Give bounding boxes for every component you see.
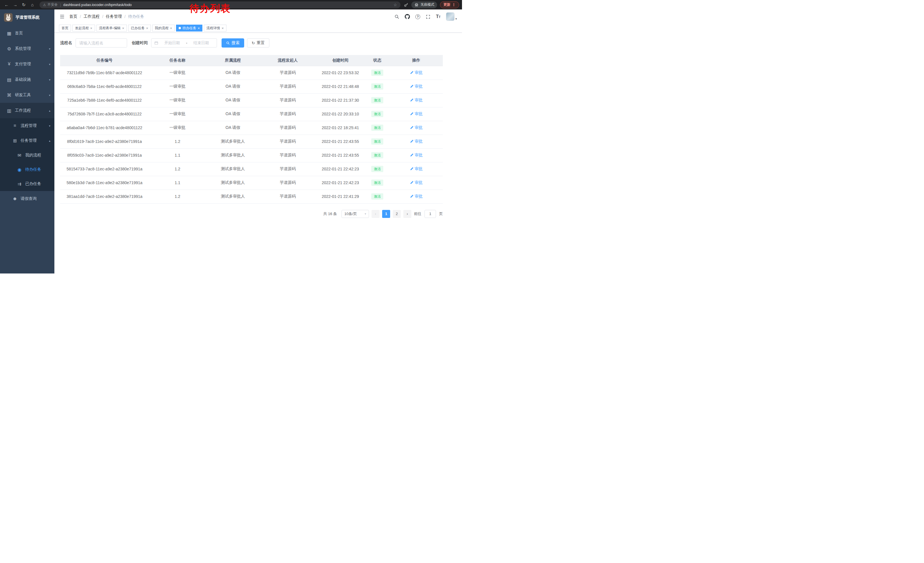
approve-link[interactable]: 审批 — [410, 111, 423, 117]
cell-task-id: 381aa1dd-7ac8-11ec-a9e2-a2380e71991a — [60, 189, 149, 203]
address-bar[interactable]: ⚠ 不安全 | dashboard.yudao.iocoder.cn/bpm/t… — [39, 2, 400, 8]
breadcrumb: 首页 / 工作流程 / 任务管理 / 待办任务 — [69, 14, 144, 19]
fullscreen-icon[interactable] — [426, 14, 430, 19]
breadcrumb-home[interactable]: 首页 — [69, 14, 77, 19]
page-size-select[interactable]: 10条/页 ▾ — [342, 210, 369, 218]
tab-home[interactable]: 首页 — [59, 25, 71, 32]
chevron-down-icon: ▾ — [49, 47, 50, 50]
pagination: 共 16 条 10条/页 ▾ ‹ 1 2 › 前往 页 — [60, 210, 443, 218]
breadcrumb-workflow[interactable]: 工作流程 — [84, 14, 100, 19]
screen: ← → ↻ ⌂ ⚠ 不安全 | dashboard.yudao.iocoder.… — [0, 0, 462, 281]
cell-status: 激活 — [365, 121, 390, 135]
sidebar-item-payment-management[interactable]: ¥ 支付管理 ▾ — [0, 56, 54, 72]
app-logo: 芋道管理系统 — [0, 9, 54, 26]
warning-icon: ⚠ — [43, 3, 46, 7]
cell-task-id: 580e1b3d-7ac8-11ec-a9e2-a2380e71991a — [60, 176, 149, 189]
tab-done-tasks[interactable]: 已办任务 × — [128, 25, 151, 32]
cell-task-name: 1.2 — [149, 162, 206, 176]
approve-link[interactable]: 审批 — [410, 139, 423, 144]
sidebar-item-done-tasks[interactable]: ⇉ 已办任务 — [0, 177, 54, 191]
approve-link[interactable]: 审批 — [410, 70, 423, 75]
sidebar-item-infrastructure[interactable]: ▤ 基础设施 ▾ — [0, 72, 54, 87]
navbar-actions: ? TT ▾ — [394, 12, 457, 21]
kebab-menu-icon[interactable]: ⋮ — [452, 3, 456, 7]
close-icon[interactable]: × — [198, 26, 200, 30]
sidebar-item-task-management[interactable]: ⊞ 任务管理 ▴ — [0, 133, 54, 148]
sidebar-item-my-processes[interactable]: ✉ 我的流程 — [0, 148, 54, 162]
reset-button[interactable]: ↻ 重置 — [247, 38, 269, 48]
search-button[interactable]: 搜索 — [222, 38, 244, 48]
approve-link[interactable]: 审批 — [410, 167, 423, 171]
close-icon[interactable]: × — [170, 26, 172, 30]
approve-link[interactable]: 审批 — [410, 125, 423, 130]
approve-link[interactable]: 审批 — [410, 194, 423, 199]
workflow-submenu: ≡ 流程管理 ▾ ⊞ 任务管理 ▴ ✉ 我的流程 ◉ — [0, 118, 54, 191]
close-icon[interactable]: × — [146, 26, 148, 30]
tab-start-process[interactable]: 发起流程 × — [72, 25, 95, 32]
close-icon[interactable]: × — [122, 26, 124, 30]
breadcrumb-task-management[interactable]: 任务管理 — [106, 14, 122, 19]
back-icon[interactable]: ← — [3, 1, 10, 9]
sidebar-item-dev-tools[interactable]: ⌘ 研发工具 ▾ — [0, 87, 54, 103]
github-icon[interactable] — [405, 14, 410, 19]
approve-link[interactable]: 审批 — [410, 153, 423, 158]
user-menu[interactable]: ▾ — [446, 12, 457, 21]
cell-created: 2022-01-22 20:33:10 — [316, 107, 365, 121]
key-extension-icon[interactable] — [404, 3, 408, 7]
sidebar-item-home[interactable]: ▦ 首页 — [0, 26, 54, 41]
sidebar-item-todo-tasks[interactable]: ◉ 待办任务 — [0, 162, 54, 177]
home-icon[interactable]: ⌂ — [28, 1, 36, 9]
close-icon[interactable]: × — [90, 26, 93, 30]
column-header-process: 所属流程 — [206, 55, 260, 66]
cell-process: OA 请假 — [206, 107, 260, 121]
next-page-button[interactable]: › — [404, 210, 411, 218]
refresh-icon: ↻ — [252, 41, 255, 45]
tab-process-detail[interactable]: 流程详情 × — [204, 25, 226, 32]
chevron-down-icon: ▾ — [49, 78, 50, 81]
cell-created: 2022-01-21 22:42:23 — [316, 176, 365, 189]
close-icon[interactable]: × — [222, 26, 224, 30]
tab-process-form-edit[interactable]: 流程表单-编辑 × — [96, 25, 127, 32]
prev-page-button[interactable]: ‹ — [372, 210, 380, 218]
incognito-badge: 无痕模式 — [411, 2, 437, 8]
main-area: 首页 / 工作流程 / 任务管理 / 待办任务 — [54, 9, 462, 281]
status-badge: 激活 — [371, 166, 383, 172]
sidebar-item-process-management[interactable]: ≡ 流程管理 ▾ — [0, 118, 54, 133]
page-button-2[interactable]: 2 — [393, 210, 401, 218]
approve-link[interactable]: 审批 — [410, 180, 423, 185]
sidebar-toggle-icon[interactable] — [60, 14, 65, 19]
cell-task-id: 069c6a63-7b8a-11ec-8ef0-acde48001122 — [60, 80, 149, 93]
page-button-1[interactable]: 1 — [382, 210, 390, 218]
cell-task-id: 8f059c03-7ac8-11ec-a9e2-a2380e71991a — [60, 148, 149, 162]
forward-icon[interactable]: → — [12, 1, 19, 9]
security-warning[interactable]: ⚠ 不安全 — [43, 2, 58, 7]
cell-action: 审批 — [390, 107, 443, 121]
chevron-down-icon: ▾ — [49, 124, 50, 128]
help-icon[interactable]: ? — [416, 14, 420, 19]
bookmark-star-icon[interactable]: ☆ — [393, 3, 397, 7]
approve-link[interactable]: 审批 — [410, 84, 423, 89]
text-size-icon[interactable]: TT — [436, 14, 441, 19]
sidebar-item-leave-query[interactable]: ☻ 请假查询 — [0, 191, 54, 206]
table-row: 069c6a63-7b8a-11ec-8ef0-acde48001122 一级审… — [60, 80, 443, 93]
cell-status: 激活 — [365, 189, 390, 203]
reload-icon[interactable]: ↻ — [20, 1, 27, 9]
search-icon[interactable] — [394, 14, 399, 19]
table-row: 580e1b3d-7ac8-11ec-a9e2-a2380e71991a 1.1… — [60, 176, 443, 189]
tab-my-processes[interactable]: 我的流程 × — [152, 25, 175, 32]
process-name-input[interactable] — [76, 38, 127, 48]
tab-todo-tasks[interactable]: 待办任务 × — [176, 25, 202, 32]
eye-icon: ◉ — [16, 167, 23, 173]
table-row: 8f059c03-7ac8-11ec-a9e2-a2380e71991a 1.1… — [60, 148, 443, 162]
date-range-picker[interactable]: 开始日期 - 结束日期 — [151, 38, 217, 48]
process-name-label: 流程名 — [60, 41, 72, 45]
sidebar-item-system-management[interactable]: ⚙ 系统管理 ▾ — [0, 41, 54, 56]
approve-link[interactable]: 审批 — [410, 98, 423, 103]
sidebar: 芋道管理系统 ▦ 首页 ⚙ 系统管理 ▾ ¥ 支付管理 ▾ ▤ — [0, 9, 54, 273]
table-row: 8f0d1619-7ac8-11ec-a9e2-a2380e71991a 1.2… — [60, 135, 443, 148]
sidebar-item-workflow[interactable]: ▥ 工作流程 ▴ — [0, 103, 54, 118]
goto-page-input[interactable] — [424, 210, 436, 218]
column-header-actions: 操作 — [390, 55, 443, 66]
browser-update-button[interactable]: 更新 ⋮ — [440, 2, 459, 8]
cell-initiator: 芋道源码 — [260, 107, 316, 121]
